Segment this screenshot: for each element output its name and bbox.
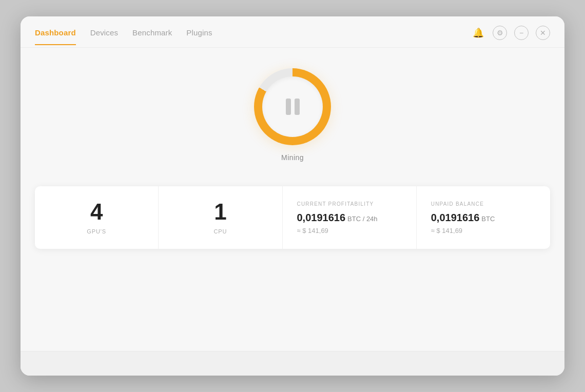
stat-profitability: CURRENT PROFITABILITY 0,0191616BTC / 24h… [283, 186, 417, 249]
window-controls: 🔔 ⚙ − ✕ [471, 26, 550, 47]
settings-icon[interactable]: ⚙ [493, 26, 507, 40]
balance-section-label: UNPAID BALANCE [431, 201, 484, 207]
gpu-count: 4 [90, 201, 103, 223]
gpu-label: GPU'S [87, 228, 106, 234]
profitability-btc-value: 0,0191616BTC / 24h [297, 212, 378, 224]
stats-row: 4 GPU'S 1 CPU CURRENT PROFITABILITY 0,01… [35, 186, 550, 249]
profitability-usd: ≈ $ 141,69 [297, 227, 328, 234]
cpu-label: CPU [213, 228, 227, 234]
mining-button-area: Mining [254, 68, 331, 162]
pause-bar-right [295, 99, 300, 115]
mining-ring-button[interactable] [254, 68, 331, 145]
profitability-btc-unit: BTC / 24h [347, 215, 378, 223]
tab-benchmark[interactable]: Benchmark [132, 28, 172, 45]
minimize-icon[interactable]: − [514, 26, 529, 40]
balance-usd: ≈ $ 141,69 [431, 227, 462, 234]
balance-btc-unit: BTC [481, 215, 495, 223]
app-window: Dashboard Devices Benchmark Plugins 🔔 ⚙ … [21, 16, 564, 376]
title-bar: Dashboard Devices Benchmark Plugins 🔔 ⚙ … [21, 16, 564, 48]
mining-status-label: Mining [281, 153, 304, 162]
cpu-count: 1 [214, 201, 226, 223]
stat-balance: UNPAID BALANCE 0,0191616BTC ≈ $ 141,69 [417, 186, 550, 249]
nav-tabs: Dashboard Devices Benchmark Plugins [35, 28, 212, 45]
balance-btc-value: 0,0191616BTC [431, 212, 495, 224]
mining-ring-inner [262, 76, 323, 137]
tab-dashboard[interactable]: Dashboard [35, 28, 76, 45]
profitability-section-label: CURRENT PROFITABILITY [297, 201, 374, 207]
stat-gpu: 4 GPU'S [35, 186, 159, 249]
pause-bar-left [286, 99, 291, 115]
tab-plugins[interactable]: Plugins [186, 28, 212, 45]
bottom-bar [21, 351, 564, 376]
tab-devices[interactable]: Devices [90, 28, 118, 45]
main-content: Mining 4 GPU'S 1 CPU CURRENT PROFITABILI… [21, 48, 564, 351]
pause-icon [286, 99, 300, 115]
notification-icon[interactable]: 🔔 [471, 26, 485, 40]
close-icon[interactable]: ✕ [536, 26, 550, 40]
stat-cpu: 1 CPU [159, 186, 282, 249]
